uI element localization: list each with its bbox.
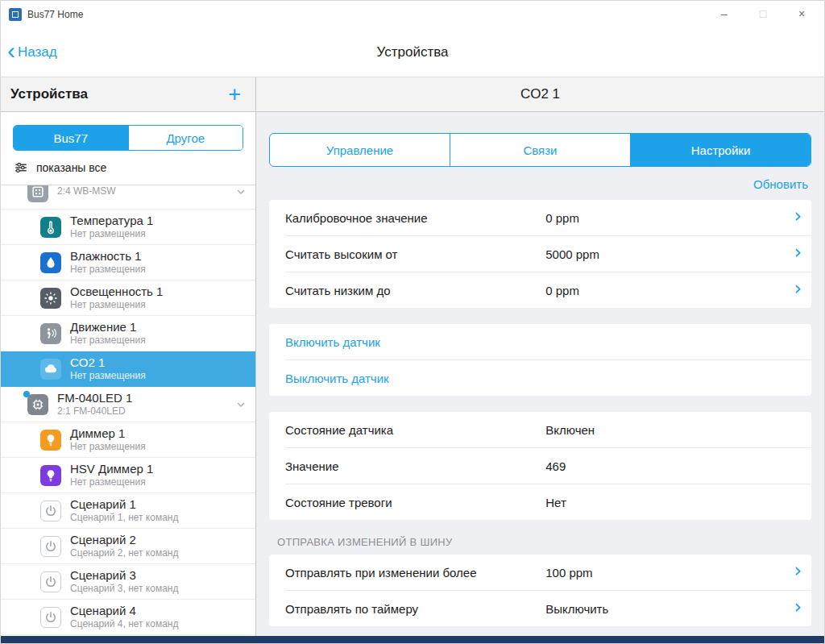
tab-links[interactable]: Связи	[450, 134, 630, 166]
tab-settings[interactable]: Настройки	[630, 134, 810, 166]
row-value: 5000 ppm	[545, 247, 599, 261]
device-subtitle: Нет размещения	[70, 299, 163, 311]
row-label: Значение	[285, 459, 339, 473]
device-row[interactable]: HSV Диммер 1Нет размещения	[1, 458, 255, 493]
device-subtitle: Нет размещения	[70, 334, 146, 347]
device-subtitle: 2:1 FM-040LED	[57, 405, 132, 418]
row-label: Отправлять по таймеру	[285, 602, 418, 616]
refresh-button[interactable]: Обновить	[753, 177, 808, 191]
device-title: HSV Диммер 1	[70, 462, 153, 476]
bottom-strip	[1, 636, 824, 643]
device-row[interactable]: 2:4 WB-MSW	[1, 185, 255, 210]
settings-row[interactable]: Состояние тревогиНет	[285, 484, 811, 520]
row-value: 0 ppm	[545, 284, 579, 297]
detail-title: CO2 1	[520, 86, 560, 102]
chip-icon	[27, 394, 48, 415]
filter-sliders-icon	[14, 160, 28, 175]
settings-row[interactable]: Отправлять при изменении более100 ppm›	[285, 555, 811, 590]
main-split: Bus77 Другое показаны все 2:4 WB-MSWТемп…	[1, 112, 824, 644]
row-label: Состояние тревоги	[285, 496, 392, 509]
add-device-button[interactable]: +	[228, 84, 246, 106]
settings-row[interactable]: Считать низким до0 ppm›	[285, 272, 811, 308]
chevron-right-icon: ›	[794, 243, 802, 262]
device-subtitle: Нет размещения	[70, 264, 146, 276]
tab-control[interactable]: Управление	[270, 134, 450, 166]
bulb-icon	[40, 465, 61, 486]
device-row[interactable]: Сценарий 4Сценарий 4, нет команд	[1, 600, 255, 635]
chevron-down-icon	[234, 398, 247, 411]
device-subtitle: Нет размещения	[70, 441, 146, 453]
device-subtitle: 2:4 WB-MSW	[57, 185, 116, 197]
device-row[interactable]: Сценарий 3Сценарий 3, нет команд	[1, 564, 255, 600]
filter-label: показаны все	[36, 161, 106, 174]
titlebar: Bus77 Home – □ ×	[1, 1, 824, 27]
chevron-right-icon: ›	[794, 206, 802, 226]
close-button[interactable]: ×	[795, 1, 808, 27]
row-value: Выключить	[545, 602, 608, 616]
section-header: ОТПРАВКА ИЗМЕНЕНИЙ В ШИНУ	[277, 536, 803, 548]
detail-groups: Калибровочное значение0 ppm›Считать высо…	[269, 200, 811, 644]
row-label: Состояние датчика	[285, 423, 393, 437]
device-subtitle: Сценарий 4, нет команд	[70, 618, 178, 630]
settings-card: Включить датчикВыключить датчик	[269, 324, 811, 396]
app-window: Bus77 Home – □ × ‹ Назад Устройства Устр…	[0, 0, 825, 644]
detail-content: Управление Связи Настройки Обновить Кали…	[256, 112, 824, 644]
settings-row[interactable]: Считать высоким от5000 ppm›	[285, 235, 811, 272]
row-value: Включен	[545, 423, 595, 437]
device-row[interactable]: Сценарий 2Сценарий 2, нет команд	[1, 529, 255, 564]
settings-row[interactable]: Отправлять по таймеруВыключить›	[285, 590, 811, 626]
module-icon	[27, 185, 48, 202]
sidebar-title: Устройства	[10, 86, 88, 102]
back-button[interactable]: ‹ Назад	[7, 43, 57, 61]
window-controls: – □ ×	[718, 1, 816, 27]
device-subtitle: Нет размещения	[70, 476, 153, 488]
device-title: CO2 1	[70, 355, 146, 370]
bulb-icon	[40, 430, 61, 451]
device-row[interactable]: Освещенность 1Нет размещения	[1, 280, 255, 316]
minimize-button[interactable]: –	[718, 1, 731, 27]
settings-row[interactable]: Калибровочное значение0 ppm›	[285, 200, 811, 235]
device-subtitle: Нет размещения	[70, 228, 153, 240]
sidebar-header: Устройства +	[1, 77, 256, 111]
device-title: Диммер 1	[70, 426, 146, 441]
device-row[interactable]: Движение 1Нет размещения	[1, 316, 255, 351]
row-value: 100 ppm	[545, 566, 592, 580]
row-label: Считать низким до	[285, 284, 390, 297]
settings-row[interactable]: Состояние датчикаВключен	[285, 412, 811, 447]
tab-other[interactable]: Другое	[128, 126, 243, 150]
power-icon	[40, 501, 61, 521]
detail-pane: Управление Связи Настройки Обновить Кали…	[256, 112, 824, 644]
tab-bus77[interactable]: Bus77	[14, 126, 128, 150]
cloud-icon	[40, 359, 61, 380]
action-row[interactable]: Выключить датчик	[285, 359, 811, 396]
back-label: Назад	[18, 44, 57, 60]
action-row[interactable]: Включить датчик	[285, 324, 811, 359]
chevron-right-icon: ›	[794, 561, 802, 580]
device-list: 2:4 WB-MSWТемпература 1Нет размещенияВла…	[1, 185, 255, 644]
maximize-button[interactable]: □	[757, 1, 769, 27]
row-label: Включить датчик	[285, 335, 380, 349]
device-subtitle: Нет размещения	[70, 370, 146, 382]
settings-card: Состояние датчикаВключенЗначение469Состо…	[269, 412, 811, 520]
thermometer-icon	[40, 217, 61, 238]
device-row[interactable]: FM-040LED 12:1 FM-040LED	[1, 387, 255, 422]
device-title: Сценарий 3	[70, 568, 178, 583]
device-row[interactable]: Диммер 1Нет размещения	[1, 422, 255, 458]
device-title: Влажность 1	[70, 249, 146, 264]
device-row[interactable]: Влажность 1Нет размещения	[1, 245, 255, 280]
filter-row[interactable]: показаны все	[1, 151, 255, 185]
droplet-icon	[40, 252, 61, 273]
row-label: Выключить датчик	[285, 372, 389, 385]
settings-row[interactable]: Значение469	[285, 447, 811, 484]
row-value: Нет	[545, 496, 566, 509]
device-row[interactable]: Сценарий 1Сценарий 1, нет команд	[1, 493, 255, 529]
detail-tabs: Управление Связи Настройки	[269, 133, 811, 167]
status-dot	[23, 391, 30, 397]
device-row[interactable]: Температура 1Нет размещения	[1, 210, 255, 245]
detail-header: CO2 1	[256, 77, 824, 111]
device-row[interactable]: CO2 1Нет размещения	[1, 351, 255, 387]
settings-card: Калибровочное значение0 ppm›Считать высо…	[269, 200, 811, 308]
sidebar: Bus77 Другое показаны все 2:4 WB-MSWТемп…	[1, 112, 256, 644]
page-title: Устройства	[377, 44, 449, 60]
chevron-down-icon	[234, 185, 247, 198]
